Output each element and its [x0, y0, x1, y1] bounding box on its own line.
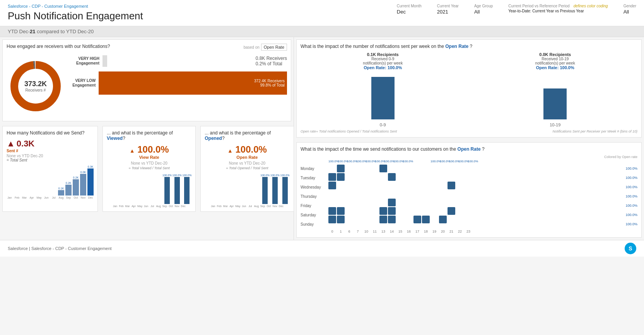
- impact-col2-per-week: notification(s) per week: [473, 61, 638, 65]
- heatmap-cell-wednesday-15: [396, 182, 404, 189]
- sent-x-label-May: May: [36, 196, 42, 199]
- very-high-receivers: 0.8K Receivers: [256, 56, 287, 61]
- age-group-group: Age Group All: [474, 4, 493, 15]
- heatmap-cell-friday-23: [465, 199, 472, 206]
- heatmap-cell-monday-13: [379, 165, 387, 172]
- view-rate-panel: ... and what is the percentage of Viewed…: [102, 126, 196, 212]
- heatmap-pct-labels: 100.0%100.0%100.0%100.0%100.0%100.0%100.…: [623, 165, 637, 229]
- engagement-body: 373.2K Receivers # VERY HIGHEngagement 0…: [7, 55, 287, 117]
- open-bar-col-Nov: 100.0%: [270, 174, 280, 204]
- heatmap-cell-tuesday-20: [439, 173, 447, 181]
- ytd-prefix: YTD Dec-: [8, 29, 30, 34]
- sent-bar-Sep: [65, 185, 72, 196]
- heatmap-cell-saturday-19: [430, 207, 438, 215]
- very-high-row: VERY HIGHEngagement 0.8K Receivers 0.2% …: [68, 55, 287, 67]
- very-high-label: VERY HIGHEngagement: [68, 56, 99, 66]
- very-low-receivers: 372.4K Receivers: [254, 79, 285, 83]
- heatmap-row-friday: Friday: [301, 202, 328, 209]
- impact-col1-bar: [371, 77, 395, 119]
- open-rate-badge: Open Rate: [261, 44, 287, 51]
- heatmap-cell-monday-0: [328, 165, 336, 172]
- heatmap-cell-saturday-17: [413, 207, 421, 215]
- heatmap-cell-friday-19: [430, 199, 438, 206]
- heatmap-pct-friday: 100.0%: [625, 202, 637, 209]
- impact-col1-received: Received 0-9: [301, 57, 465, 61]
- heatmap-cell-tuesday-17: [413, 173, 421, 181]
- view-rate-number: ▲ 100.0%: [107, 144, 191, 155]
- heatmap-x-13: 13: [379, 230, 387, 233]
- salesforce-logo: S: [625, 243, 636, 254]
- current-year-label: Current Year: [437, 4, 459, 8]
- heatmap-cell-saturday-14: [388, 207, 396, 215]
- heatmap-cell-wednesday-11: [371, 182, 379, 189]
- heatmap-row-sunday: Sunday: [301, 220, 328, 228]
- very-low-info: 372.4K Receivers 99.8% of Total: [254, 79, 285, 87]
- impact-col2-axis: 10-19: [473, 122, 638, 127]
- very-low-total: 99.8% of Total: [254, 83, 285, 87]
- heatmap-cell-tuesday-16: [405, 173, 413, 181]
- heatmap-grid: [328, 165, 623, 229]
- heatmap-row-cells-wednesday: [328, 182, 623, 189]
- ytd-bar: YTD Dec-21 compared to YTD Dec-20: [0, 26, 644, 37]
- sent-bar-Aug: [58, 190, 64, 196]
- heatmap-highlight: Open Rate: [458, 146, 481, 152]
- heatmap-cell-thursday-16: [405, 190, 413, 198]
- heatmap-row-cells-thursday: [328, 190, 623, 198]
- heatmap-top-11: 100.0%: [375, 160, 383, 163]
- heatmap-x-14: 14: [388, 230, 396, 233]
- impact-col1-per-week: notification(s) per week: [301, 61, 465, 65]
- heatmap-cell-saturday-1: [337, 207, 345, 215]
- impact-highlight: Open Rate: [445, 44, 468, 49]
- heatmap-top-16: [412, 160, 420, 163]
- open-bar-Oct: [262, 177, 268, 204]
- gender-group: Gender All: [624, 4, 636, 15]
- impact-col1-openrate: Open Rate: 100.0%: [301, 65, 465, 70]
- heatmap-cell-friday-0: [328, 199, 336, 206]
- heatmap-cell-thursday-17: [413, 190, 421, 198]
- impact-notes: Open rate= Total notifications Opened / …: [301, 129, 637, 133]
- heatmap-x-21: 21: [448, 230, 455, 233]
- view-chart-labels: JanFebMarAprMayJunJulAugSepOctNovDec: [107, 205, 191, 207]
- heatmap-x-7: 7: [354, 230, 362, 233]
- period-note: defines color coding: [574, 4, 608, 8]
- heatmap-cell-monday-14: [388, 165, 396, 172]
- heatmap-top-labels: 100.0%100.0%100.0%100.0%100.0%100.0%100.…: [301, 160, 637, 163]
- heatmap-row-cells-saturday: [328, 207, 623, 215]
- heatmap-cell-sunday-19: [430, 216, 438, 223]
- heatmap-cell-tuesday-21: [448, 173, 455, 181]
- engagement-title: How engaged are receivers with our Notif…: [7, 44, 110, 49]
- sent-x-label-Nov: Nov: [80, 196, 86, 199]
- heatmap-cell-tuesday-6: [345, 173, 353, 181]
- impact-col2-openrate: Open Rate: 100.0%: [473, 65, 638, 70]
- heatmap-cell-wednesday-21: [448, 182, 455, 189]
- heatmap-cell-wednesday-19: [430, 182, 438, 189]
- open-bar-col-Dec: 100.0%: [280, 174, 290, 204]
- donut-chart: 373.2K Receivers #: [7, 55, 65, 117]
- colored-by: Colored by Open rate: [301, 155, 637, 159]
- open-rate-name: Open Rate: [205, 155, 289, 160]
- heatmap-cell-saturday-23: [465, 207, 472, 215]
- view-rate-name: View Rate: [107, 155, 191, 160]
- current-month-group: Current Month Dec: [397, 4, 422, 15]
- current-month-label: Current Month: [397, 4, 422, 8]
- left-column: How engaged are receivers with our Notif…: [0, 37, 294, 240]
- sent-x-label-Jul: Jul: [51, 196, 57, 199]
- heatmap-cell-thursday-18: [422, 190, 430, 198]
- heatmap-row-saturday: Saturday: [301, 211, 328, 219]
- view-bar-col-Dec: 100.0%: [183, 174, 192, 204]
- heatmap-x-axis: 016710111314151617181920212223: [301, 230, 637, 233]
- heatmap-cell-thursday-22: [456, 190, 464, 198]
- heatmap-cell-thursday-15: [396, 190, 404, 198]
- impact-col2-bar-container: [473, 73, 638, 119]
- heatmap-cell-saturday-22: [456, 207, 464, 215]
- open-up-icon: ▲: [227, 148, 233, 154]
- heatmap-cell-wednesday-18: [422, 182, 430, 189]
- engagement-bars: VERY HIGHEngagement 0.8K Receivers 0.2% …: [68, 55, 287, 117]
- open-rate-number: ▲ 100.0%: [205, 144, 289, 155]
- heatmap-top-6: 100.0%: [347, 160, 355, 163]
- heatmap-x-17: 17: [413, 230, 421, 233]
- heatmap-cell-friday-17: [413, 199, 421, 206]
- heatmap-cell-saturday-11: [371, 207, 379, 215]
- heatmap-cell-sunday-23: [465, 216, 472, 223]
- very-high-total: 0.2% of Total: [256, 61, 287, 66]
